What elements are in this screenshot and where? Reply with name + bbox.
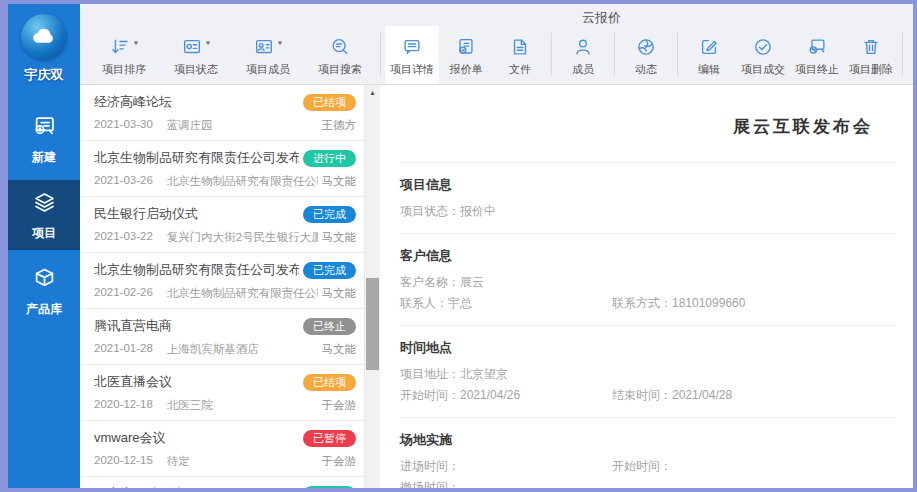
user-name: 宇庆双 [21, 66, 67, 84]
project-title: 北京生物制品研究有限责任公司发布... [94, 261, 299, 279]
field-label: 客户名称： [400, 272, 460, 293]
scroll-up-icon[interactable]: ▲ [365, 85, 380, 96]
toolbar-divider [380, 33, 381, 76]
toolbar-button-file[interactable]: 文件 [493, 26, 547, 84]
deal-check-icon [752, 36, 774, 62]
toolbar-divider [902, 33, 903, 76]
toolbar-button-label: 编辑 [698, 62, 720, 77]
list-item-meta: 2020-12-15待定于会游 [94, 454, 356, 469]
toolbar-button-label: 项目状态 [174, 62, 218, 77]
toolbar-button-edit[interactable]: 编辑 [682, 26, 736, 84]
activity-icon [635, 36, 657, 62]
list-item[interactable]: 北京生物制品研究有限责任公司发布...已完成2021-02-26北京生物制品研究… [80, 253, 364, 309]
toolbar-button-iconwrap [401, 36, 423, 60]
field: 项目状态：报价中 [400, 201, 496, 222]
toolbar-button-iconwrap [509, 36, 531, 60]
project-location: 北医三院 [167, 398, 318, 413]
toolbar-button-activity[interactable]: 动态 [619, 26, 673, 84]
toolbar-button-search[interactable]: 项目搜索 [304, 26, 376, 84]
field-label: 开始时间： [612, 456, 672, 477]
avatar [21, 14, 67, 60]
toolbar-button-label: 项目排序 [102, 62, 146, 77]
edit-icon [698, 36, 720, 62]
list-item[interactable]: 腾讯直营电商已终止2021-01-28上海凯宾斯基酒店马文能 [80, 309, 364, 365]
sidebar-item-products[interactable]: 产品库 [8, 256, 80, 326]
list-item-top: 经济高峰论坛已结项 [94, 93, 356, 111]
section-row: 项目状态：报价中 [400, 201, 895, 222]
project-owner: 马文能 [322, 342, 357, 357]
list-item-top: 北医直播会议已结项 [94, 373, 356, 391]
search-icon [329, 36, 351, 62]
toolbar-button-detail[interactable]: 项目详情 [385, 26, 439, 84]
section-row: 进场时间：开始时间： [400, 456, 895, 477]
sidebar-nav: 新建项目产品库 [8, 104, 80, 332]
field-value: 2021/04/28 [672, 385, 732, 406]
detail-icon [401, 36, 423, 62]
sidebar-item-projects[interactable]: 项目 [8, 180, 80, 250]
list-item[interactable]: 经济高峰论坛已结项2021-03-30蓝调庄园王德方 [80, 85, 364, 141]
members-icon [253, 36, 275, 62]
toolbar-button-label: 项目搜索 [318, 62, 362, 77]
toolbar-button-deal-check[interactable]: 项目成交 [736, 26, 790, 84]
toolbar-button-iconwrap [806, 36, 828, 60]
user-profile[interactable]: 宇庆双 [21, 14, 67, 84]
toolbar-button-label: 成员 [572, 62, 594, 77]
toolbar-button-person[interactable]: 成员 [556, 26, 610, 84]
field: 开始时间：2021/04/26 [400, 385, 612, 406]
list-scrollbar[interactable]: ▲ [364, 85, 380, 488]
main-area: 云报价 ▼项目排序▼项目状态▼项目成员项目搜索项目详情报价单文件成员动态编辑项目… [80, 4, 913, 488]
list-item[interactable]: 民生银行启动仪式已完成2021-03-22复兴门内大街2号民生银行大厦马文能 [80, 197, 364, 253]
field-label: 项目地址： [400, 364, 460, 385]
status-badge: 已终止 [303, 318, 356, 335]
field-value: 2021/04/26 [460, 385, 520, 406]
detail-section: 场地实施进场时间：开始时间：撤场时间： [400, 417, 895, 488]
projects-layers-icon [31, 189, 58, 220]
project-title: 北京生物制品研究有限责任公司发布会 [94, 149, 299, 167]
list-item[interactable]: 北京生物制品研究有限责任公司发布会进行中2021-03-26北京生物制品研究有限… [80, 141, 364, 197]
toolbar-button-label: 文件 [509, 62, 531, 77]
toolbar-button-iconwrap [329, 36, 351, 60]
topbar: 云报价 [80, 4, 913, 26]
field: 开始时间： [612, 456, 672, 477]
status-icon [181, 36, 203, 62]
list-item[interactable]: 昆仑润滑油会议进行中2020-12-15中油昆仑大厦于会游 [80, 477, 364, 488]
field-value: 报价中 [460, 201, 496, 222]
list-item[interactable]: vmware会议已暂停2020-12-15待定于会游 [80, 421, 364, 477]
project-owner: 马文能 [322, 230, 357, 245]
toolbar-button-terminate[interactable]: 项目终止 [790, 26, 844, 84]
list-item[interactable]: 北医直播会议已结项2020-12-18北医三院于会游 [80, 365, 364, 421]
chevron-down-icon: ▼ [205, 39, 212, 45]
section-row: 开始时间：2021/04/26结束时间：2021/04/28 [400, 385, 895, 406]
toolbar-button-label: 项目终止 [795, 62, 839, 77]
toolbar-button-status[interactable]: ▼项目状态 [160, 26, 232, 84]
person-icon [572, 36, 594, 62]
status-badge: 已完成 [303, 262, 356, 279]
project-location: 北京生物制品研究有限责任公司 [167, 286, 318, 301]
field-label: 联系方式： [612, 293, 672, 314]
field-label: 撤场时间： [400, 477, 460, 488]
toolbar-button-iconwrap: ▼ [181, 36, 212, 60]
status-badge: 已暂停 [303, 430, 356, 447]
project-detail-title: 展云互联发布会 [400, 115, 873, 138]
list-item-top: vmware会议已暂停 [94, 429, 356, 447]
scrollbar-thumb[interactable] [366, 278, 379, 370]
toolbar-button-label: 动态 [635, 62, 657, 77]
field-value: 北京望京 [460, 364, 508, 385]
project-title: 民生银行启动仪式 [94, 205, 299, 223]
toolbar-divider [677, 33, 678, 76]
toolbar-button-members[interactable]: ▼项目成员 [232, 26, 304, 84]
detail-section: 项目信息项目状态：报价中 [400, 162, 895, 233]
toolbar-button-iconwrap: ▼ [109, 36, 140, 60]
project-title: 腾讯直营电商 [94, 317, 299, 335]
detail-section: 时间地点项目地址：北京望京开始时间：2021/04/26结束时间：2021/04… [400, 325, 895, 417]
project-title: 北医直播会议 [94, 373, 299, 391]
project-location: 北京生物制品研究有限责任公司 [167, 174, 318, 189]
cloud-logo-icon [30, 23, 58, 51]
sidebar-item-new[interactable]: 新建 [8, 104, 80, 174]
section-heading: 时间地点 [400, 339, 895, 357]
toolbar-button-iconwrap [455, 36, 477, 60]
toolbar-button-delete[interactable]: 项目删除 [844, 26, 898, 84]
toolbar-button-quote[interactable]: 报价单 [439, 26, 493, 84]
content-area: 经济高峰论坛已结项2021-03-30蓝调庄园王德方北京生物制品研究有限责任公司… [80, 85, 913, 488]
toolbar-button-sort[interactable]: ▼项目排序 [88, 26, 160, 84]
